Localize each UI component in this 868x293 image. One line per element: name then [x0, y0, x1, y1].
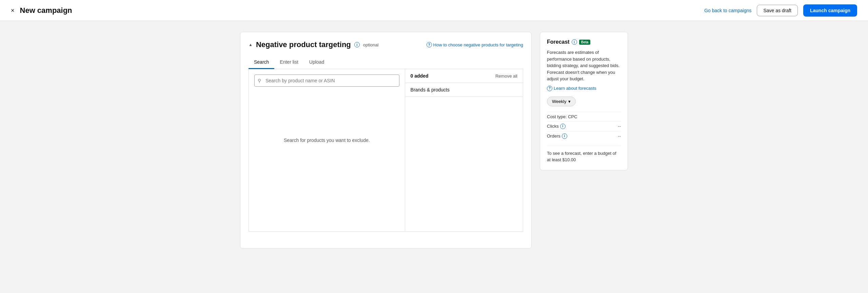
section-header: ▲ Negative product targeting i optional …: [249, 40, 523, 49]
right-panel: 0 added Remove all Brands & products: [405, 69, 523, 231]
learn-link-text: Learn about forecasts: [554, 86, 596, 91]
search-icon: ⚲: [258, 78, 261, 83]
forecast-note: To see a forecast, enter a budget of at …: [547, 146, 621, 163]
save-draft-button[interactable]: Save as draft: [757, 5, 798, 16]
help-link[interactable]: ? How to choose negative products for ta…: [427, 42, 523, 47]
orders-value: --: [618, 133, 621, 139]
header-left: × New campaign: [11, 6, 72, 15]
help-link-text: How to choose negative products for targ…: [433, 42, 523, 47]
brands-products-label: Brands & products: [405, 83, 523, 97]
split-panel: ⚲ Search for products you want to exclud…: [249, 69, 523, 232]
clicks-value: --: [618, 124, 621, 129]
remove-all-button[interactable]: Remove all: [495, 74, 517, 79]
section-title-group: ▲ Negative product targeting i optional: [249, 40, 378, 49]
weekly-label: Weekly: [552, 99, 566, 104]
forecast-card: Forecast i Beta Forecasts are estimates …: [540, 32, 628, 170]
negative-product-targeting-card: ▲ Negative product targeting i optional …: [240, 32, 532, 249]
cost-type-row: Cost type: CPC: [547, 112, 621, 121]
header: × New campaign Go back to campaigns Save…: [0, 0, 868, 21]
cost-type-label: Cost type: CPC: [547, 114, 577, 119]
main-content: ▲ Negative product targeting i optional …: [0, 21, 868, 259]
search-input-wrap: ⚲: [254, 75, 399, 87]
left-panel: ⚲ Search for products you want to exclud…: [249, 69, 405, 231]
help-link-icon: ?: [427, 42, 432, 47]
tab-upload[interactable]: Upload: [304, 56, 330, 69]
header-right: Go back to campaigns Save as draft Launc…: [704, 4, 857, 17]
forecast-header: Forecast i Beta: [547, 39, 621, 45]
collapse-icon[interactable]: ▲: [249, 42, 253, 47]
page-title: New campaign: [20, 6, 72, 15]
tab-enter-list[interactable]: Enter list: [274, 56, 303, 69]
learn-about-forecasts-link[interactable]: ? Learn about forecasts: [547, 86, 621, 91]
forecast-info-icon[interactable]: i: [572, 39, 577, 45]
info-icon[interactable]: i: [354, 42, 360, 47]
go-back-link[interactable]: Go back to campaigns: [704, 8, 751, 13]
beta-badge: Beta: [579, 40, 591, 45]
section-title: Negative product targeting: [256, 40, 351, 49]
close-button[interactable]: ×: [11, 7, 15, 14]
tab-search[interactable]: Search: [249, 56, 274, 69]
chevron-down-icon: ▾: [568, 99, 571, 104]
orders-label: Orders i: [547, 133, 567, 139]
orders-row: Orders i --: [547, 131, 621, 141]
optional-badge: optional: [363, 42, 379, 47]
forecast-description: Forecasts are estimates of performance b…: [547, 49, 621, 82]
orders-info-icon[interactable]: i: [562, 133, 567, 139]
search-input[interactable]: [254, 75, 399, 87]
right-panel-header: 0 added Remove all: [405, 69, 523, 83]
launch-campaign-button[interactable]: Launch campaign: [803, 4, 857, 17]
weekly-period-button[interactable]: Weekly ▾: [547, 97, 576, 106]
clicks-label: Clicks i: [547, 124, 566, 129]
forecast-title: Forecast: [547, 39, 570, 45]
clicks-info-icon[interactable]: i: [560, 124, 566, 129]
empty-state-text: Search for products you want to exclude.: [284, 138, 370, 143]
learn-link-icon: ?: [547, 86, 552, 91]
added-count: 0 added: [411, 73, 429, 79]
clicks-row: Clicks i --: [547, 121, 621, 131]
tabs: Search Enter list Upload: [249, 56, 523, 69]
empty-state: Search for products you want to exclude.: [254, 89, 399, 191]
